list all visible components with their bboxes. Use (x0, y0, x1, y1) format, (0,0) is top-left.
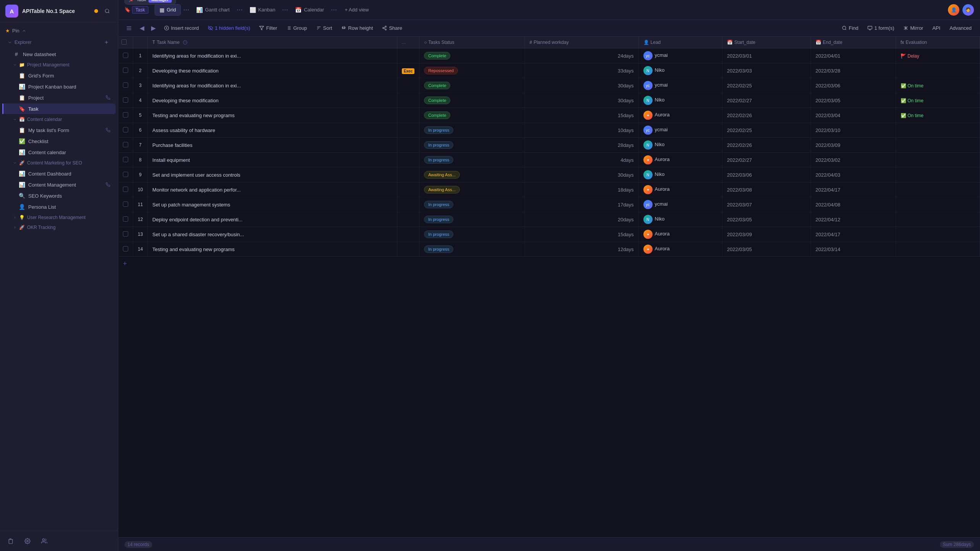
add-nav-item-btn[interactable]: + (103, 39, 110, 46)
row-task-name[interactable]: Set and implement user access controls (148, 168, 397, 182)
row-task-name[interactable]: Assess usability of hardware (148, 123, 397, 138)
row-task-name[interactable]: Developing these modification (148, 93, 397, 108)
section-okr[interactable]: 🚀 OKR Tracking (2, 223, 116, 232)
row-task-name[interactable]: Deploy endpoint detection and preventi..… (148, 212, 397, 227)
nav-project-kanban[interactable]: 📊 Project Kanban board (2, 81, 116, 92)
row-lead[interactable]: NNiko (638, 138, 722, 153)
sum-workdays[interactable]: Sum 286days (940, 541, 974, 548)
nav-content-calendar-item[interactable]: 📊 Content calendar (2, 147, 116, 158)
settings-icon[interactable] (22, 536, 33, 546)
table-row[interactable]: 13Set up a shared disaster recovery/busi… (118, 227, 980, 242)
grid-tab-options[interactable]: ⋯ (182, 5, 191, 14)
table-row[interactable]: 9Set and implement user access controlsA… (118, 168, 980, 182)
row-task-name[interactable]: Testing and evaluating new programs (148, 108, 397, 123)
delete-icon[interactable] (5, 536, 16, 546)
tab-kanban[interactable]: ⬜ Kanban (245, 5, 280, 15)
table-row[interactable]: 6Assess usability of hardwareIn progress… (118, 123, 980, 138)
th-tasks-status[interactable]: ○ Tasks Status (419, 37, 525, 48)
api-button[interactable]: API (928, 23, 944, 33)
kanban-tab-options[interactable]: ⋯ (280, 5, 290, 14)
th-lead[interactable]: 👤 Lead (638, 37, 722, 48)
nav-grids-form[interactable]: 📋 Grid's Form ⋯ (2, 70, 116, 81)
row-checkbox[interactable] (118, 242, 133, 257)
section-user-research[interactable]: 💡 User Research Management (2, 213, 116, 222)
row-status[interactable]: In progress (419, 242, 525, 257)
th-evaluation[interactable]: fx Evaluation (896, 37, 980, 48)
sort-button[interactable]: Sort (313, 23, 336, 33)
row-lead[interactable]: ycycmai (638, 78, 722, 93)
row-checkbox[interactable] (118, 48, 133, 63)
nav-persona-list[interactable]: 👤 Persona List (2, 201, 116, 212)
table-row[interactable]: 14Testing and evaluating new programsIn … (118, 242, 980, 257)
filter-button[interactable]: Filter (255, 23, 281, 33)
table-row[interactable]: 11Set up patch management systemsIn prog… (118, 197, 980, 212)
row-checkbox[interactable] (118, 78, 133, 93)
section-project-management[interactable]: 📁 Project Management (2, 60, 116, 69)
nav-seo-keywords[interactable]: 🔍 SEO Keywords (2, 190, 116, 201)
row-checkbox[interactable] (118, 63, 133, 78)
user-avatar-2[interactable]: 🧑 (962, 4, 974, 16)
row-task-name[interactable]: Developing these modification (148, 63, 397, 78)
user-avatar-1[interactable]: 👤 (948, 4, 959, 16)
add-view-button[interactable]: + Add view (341, 5, 372, 14)
row-checkbox[interactable] (118, 168, 133, 182)
row-lead[interactable]: ycycmai (638, 48, 722, 63)
forward-arrow-button[interactable]: ▶ (148, 23, 159, 34)
row-checkbox[interactable] (118, 153, 133, 168)
tab-grid[interactable]: ▦ Grid (155, 4, 181, 16)
row-checkbox[interactable] (118, 227, 133, 242)
calendar-tab-options[interactable]: ⋯ (329, 5, 338, 14)
row-task-name[interactable]: Set up a shared disaster recovery/busin.… (148, 227, 397, 242)
table-row[interactable]: 10Monitor network and application perfor… (118, 182, 980, 197)
th-planned-workday[interactable]: # Planned workday (525, 37, 638, 48)
row-checkbox[interactable] (118, 138, 133, 153)
pin-section[interactable]: ★ Pin (0, 26, 118, 36)
row-lead[interactable]: ycycmai (638, 197, 722, 212)
table-row[interactable]: 2Developing these modificationExecReposs… (118, 63, 980, 78)
table-row[interactable]: 12Deploy endpoint detection and preventi… (118, 212, 980, 227)
add-row-button[interactable]: + (118, 257, 980, 271)
row-checkbox[interactable] (118, 123, 133, 138)
nav-checklist[interactable]: ✅ Checklist (2, 136, 116, 147)
nav-content-management[interactable]: 📊 Content Management (2, 179, 116, 190)
th-task-name[interactable]: T Task Name (148, 37, 397, 48)
row-checkbox[interactable] (118, 93, 133, 108)
nav-my-task-list-form[interactable]: 📋 My task list's Form (2, 125, 116, 135)
row-lead[interactable]: ✦Aurora (638, 227, 722, 242)
users-icon[interactable] (39, 536, 50, 546)
table-row[interactable]: 1Identifying areas for modification in e… (118, 48, 980, 63)
row-task-name[interactable]: Identifying areas for modification in ex… (148, 48, 397, 63)
table-row[interactable]: 7Purchase facilitiesIn progress28daysNNi… (118, 138, 980, 153)
table-row[interactable]: 4Developing these modificationComplete30… (118, 93, 980, 108)
row-checkbox[interactable] (118, 108, 133, 123)
gantt-tab-options[interactable]: ⋯ (235, 5, 244, 14)
row-lead[interactable]: ✦Aurora (638, 153, 722, 168)
row-checkbox[interactable] (118, 197, 133, 212)
table-row[interactable]: 5Testing and evaluating new programsComp… (118, 108, 980, 123)
row-task-name[interactable]: Monitor network and application perfor..… (148, 182, 397, 197)
row-status[interactable]: In progress (419, 153, 525, 168)
grids-form-more-btn[interactable]: ⋯ (104, 72, 110, 79)
insert-record-button[interactable]: Insert record (160, 23, 203, 33)
nav-task[interactable]: 🔖 Task (2, 103, 116, 114)
advanced-button[interactable]: Advanced (946, 23, 975, 33)
mirror-button[interactable]: Mirror (899, 23, 927, 33)
row-status[interactable]: In progress (419, 197, 525, 212)
row-checkbox[interactable] (118, 212, 133, 227)
records-count[interactable]: 14 records (124, 541, 152, 548)
section-content-calendar[interactable]: 📅 Content calendar (2, 115, 116, 124)
table-row[interactable]: 8Install equipmentIn progress4days✦Auror… (118, 153, 980, 168)
row-lead[interactable]: NNiko (638, 63, 722, 78)
row-status[interactable]: Complete (419, 48, 525, 63)
row-lead[interactable]: NNiko (638, 212, 722, 227)
nav-project[interactable]: 📋 Project (2, 92, 116, 103)
hidden-fields-button[interactable]: 1 hidden field(s) (204, 23, 254, 33)
share-button[interactable]: Share (378, 23, 406, 33)
row-status[interactable]: Awaiting Ass... (419, 168, 525, 182)
find-button[interactable]: Find (838, 23, 862, 33)
th-end-date[interactable]: 📅 End_date (811, 37, 896, 48)
row-status[interactable]: In progress (419, 212, 525, 227)
row-status[interactable]: Complete (419, 108, 525, 123)
back-arrow-button[interactable]: ◀ (137, 23, 147, 34)
row-task-name[interactable]: Identifying areas for modification in ex… (148, 78, 397, 93)
